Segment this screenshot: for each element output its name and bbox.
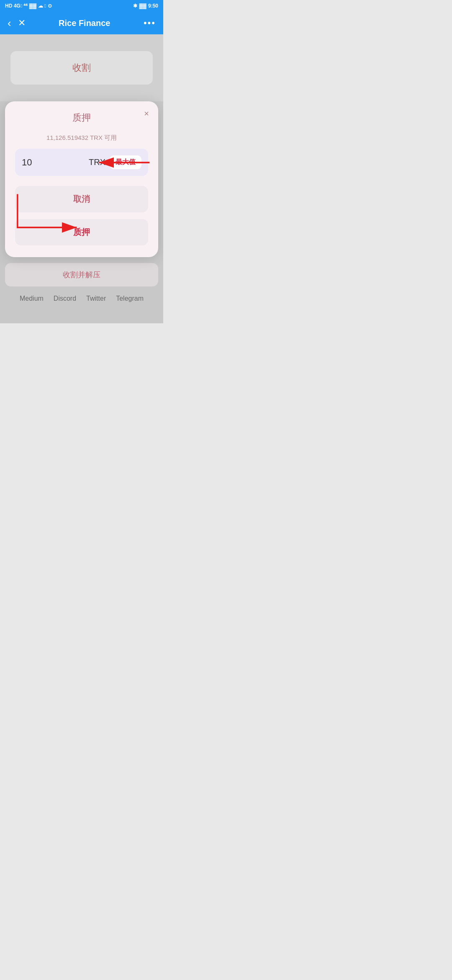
footer-links: Medium Discord Twitter Telegram <box>0 286 163 315</box>
app-container: HD 4G᪲ ⁴⁶ ▓▓ ☁ ⧖ ⊙ ✱ ▓▓ 9:50 ‹ ✕ Rice Fi… <box>0 0 163 323</box>
page-title: Rice Finance <box>59 18 110 28</box>
modal-overlay: × 质押 11,126.519432 TRX 可用 10 TRX 最大值 取消 … <box>0 101 163 323</box>
back-button[interactable]: ‹ <box>8 17 11 30</box>
modal-dialog: × 质押 11,126.519432 TRX 可用 10 TRX 最大值 取消 … <box>5 101 158 257</box>
footer-twitter[interactable]: Twitter <box>86 295 106 302</box>
amount-input-row[interactable]: 10 TRX 最大值 <box>15 149 148 176</box>
confirm-pledge-button[interactable]: 质押 <box>15 219 148 245</box>
harvest-card: 收割 <box>10 51 153 85</box>
close-button[interactable]: ✕ <box>18 18 26 28</box>
status-icons: HD 4G᪲ ⁴⁶ ▓▓ ☁ ⧖ ⊙ <box>5 3 52 9</box>
footer-telegram[interactable]: Telegram <box>116 295 144 302</box>
bottom-card-area: 收割并解压 <box>0 257 163 286</box>
status-bar: HD 4G᪲ ⁴⁶ ▓▓ ☁ ⧖ ⊙ ✱ ▓▓ 9:50 <box>0 0 163 12</box>
modal-title: 质押 <box>15 111 148 124</box>
balance-display: 11,126.519432 TRX 可用 <box>15 134 148 142</box>
menu-button[interactable]: ••• <box>144 18 156 28</box>
bluetooth-icon: ✱ <box>133 3 137 9</box>
amount-value: 10 <box>22 157 85 168</box>
battery-icon: ▓▓ <box>139 3 146 9</box>
harvest-decompress-card[interactable]: 收割并解压 <box>5 263 158 286</box>
harvest-label: 收割 <box>72 62 91 74</box>
max-value-button[interactable]: 最大值 <box>110 155 141 169</box>
bg-top-content: 收割 <box>0 34 163 101</box>
harvest-decompress-label: 收割并解压 <box>63 271 100 279</box>
status-right: ✱ ▓▓ 9:50 <box>133 3 158 9</box>
cancel-button[interactable]: 取消 <box>15 186 148 212</box>
modal-close-button[interactable]: × <box>144 109 149 119</box>
footer-discord[interactable]: Discord <box>54 295 76 302</box>
currency-label: TRX <box>89 157 105 167</box>
time-display: 9:50 <box>148 3 158 9</box>
footer-medium[interactable]: Medium <box>20 295 44 302</box>
app-header: ‹ ✕ Rice Finance ••• <box>0 12 163 34</box>
status-left: HD 4G᪲ ⁴⁶ ▓▓ ☁ ⧖ ⊙ <box>5 3 52 9</box>
